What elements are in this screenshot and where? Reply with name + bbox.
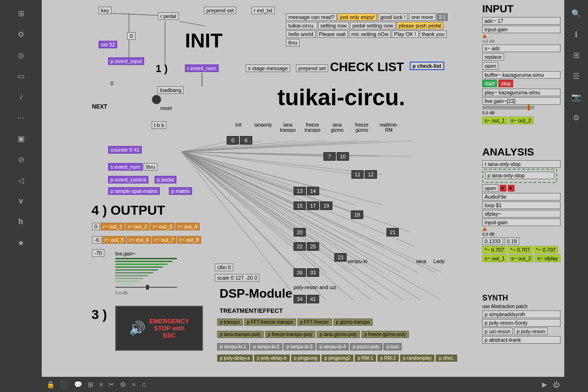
toolbar-grid-icon[interactable]: ⊞ — [88, 381, 93, 388]
grid-7[interactable]: 7 — [323, 152, 336, 161]
mul-0707-3[interactable]: *~ 0.707 — [534, 246, 558, 254]
toolbar-wave-icon[interactable]: ≈ — [132, 381, 136, 388]
counter-box[interactable]: counter 0 41 — [108, 146, 142, 154]
grid-10[interactable]: 10 — [337, 152, 349, 161]
toolbar-comment-icon[interactable]: 💬 — [74, 381, 82, 388]
grid-25[interactable]: 25 — [307, 242, 319, 251]
plug-freeze-gizmo-poly[interactable]: p freeze-gizmo-poly — [361, 331, 409, 338]
tbb-box[interactable]: t b b — [152, 121, 166, 129]
sidebar-icon-h[interactable]: h — [12, 213, 29, 230]
p-pedal-box[interactable]: p pedal — [155, 176, 176, 183]
thru-box2[interactable]: thru — [144, 163, 157, 171]
toolbar-list-icon[interactable]: ≡ — [99, 381, 103, 388]
start-btn[interactable]: start — [482, 80, 497, 87]
sidebar-icon-search[interactable]: 🔍 — [568, 5, 585, 22]
msg-one-more[interactable]: one more — [409, 13, 435, 21]
s-out-1-analysis[interactable]: s~ out_1 — [482, 255, 507, 262]
msg-thru[interactable]: thru — [286, 39, 300, 46]
gain-slider-track[interactable] — [115, 287, 177, 288]
loadbang-box[interactable]: loadbang — [157, 86, 184, 94]
grid-34[interactable]: 34 — [294, 295, 306, 303]
grid-11[interactable]: 11 — [351, 170, 364, 179]
s-sfplay[interactable]: s~ sfplay — [535, 255, 560, 262]
input-gain-analysis[interactable]: input-gain — [482, 219, 560, 226]
plug-poly-delay-a[interactable]: p poly-delay-a — [217, 355, 253, 362]
sel-32-box[interactable]: sel 32 — [99, 41, 117, 48]
live-gain-22[interactable]: live.gain~[22] — [482, 97, 560, 105]
r-out-8[interactable]: r~ out_8 — [177, 236, 202, 244]
sfplay-box[interactable]: sfplay~ — [482, 210, 560, 218]
sidebar-icon-layers[interactable]: ⊞ — [12, 5, 29, 22]
sidebar-icon-star[interactable]: ★ — [12, 234, 29, 251]
loop-1-box[interactable]: loop $1 — [482, 201, 560, 209]
grid-15[interactable]: 15 — [294, 201, 306, 210]
r-out-7[interactable]: r~ out_7 — [152, 236, 176, 244]
sidebar-icon-arrow[interactable]: ◁ — [12, 172, 29, 189]
msg-please-wait[interactable]: Please wait — [317, 30, 348, 38]
msg-can-read[interactable]: meesage can read? — [286, 13, 337, 21]
grid-17[interactable]: 17 — [307, 201, 319, 210]
adc-17[interactable]: adc~ 17 — [482, 17, 560, 25]
grid-6[interactable]: 6 — [240, 136, 252, 145]
sidebar-icon-list[interactable]: ☰ — [568, 67, 585, 84]
msg-just-only[interactable]: just only enjoy! — [338, 13, 377, 21]
grid-21[interactable]: 21 — [386, 228, 399, 237]
plug-senpu-ki-2[interactable]: p senpu-ki-2 — [250, 343, 282, 350]
close-x-1[interactable]: ✕ — [500, 185, 506, 191]
buffer-kaz[interactable]: buffer~ kazaguruma-simu — [482, 71, 560, 79]
mul-0707-1[interactable]: *~ 0.707 — [482, 246, 506, 254]
plug-pingpong[interactable]: p pingpong — [291, 355, 321, 362]
p-uzi-reson[interactable]: p uzi-reson — [482, 328, 513, 335]
mul-0707-2[interactable]: *~ 0.707 — [508, 246, 532, 254]
r-out-2[interactable]: r~ out_2 — [126, 223, 150, 230]
msg-thank-you[interactable]: thank you — [420, 30, 447, 38]
scale-box[interactable]: scale 0 127 -20 0 — [215, 274, 259, 282]
prepend-set-1[interactable]: prepend set — [204, 7, 236, 14]
num-0-out[interactable]: 0 — [92, 223, 100, 230]
grid-20[interactable]: 20 — [294, 228, 306, 237]
input-gain-box[interactable]: input-gain — [482, 26, 560, 33]
r-out-3[interactable]: r~ out_3 — [150, 223, 175, 230]
toolbar-settings-icon[interactable]: ⚙ — [120, 381, 126, 388]
toolbar-power-icon[interactable]: ⏻ — [553, 381, 560, 388]
num-0-box[interactable]: 0 — [127, 32, 136, 40]
plug-randomplay[interactable]: p randomplay — [400, 355, 435, 362]
plug-senpu-ki-3[interactable]: p senpu-ki-3 — [284, 343, 315, 350]
msg-good-luck[interactable]: good luck ! — [378, 13, 408, 21]
r-iana-only-stop[interactable]: r iana-only-stop — [482, 160, 560, 168]
grid-12[interactable]: 12 — [365, 170, 377, 179]
sidebar-icon-info[interactable]: ℹ — [568, 26, 585, 43]
plug-rm-1[interactable]: p RM-1 — [355, 355, 376, 362]
plug-rm-2[interactable]: p RM-2 — [377, 355, 399, 362]
plug-sfrec[interactable]: p sfrec. — [436, 355, 457, 362]
sidebar-icon-grid-right[interactable]: ⊞ — [568, 46, 585, 64]
replace-btn[interactable]: replace — [482, 53, 504, 61]
msg-pedal-setting[interactable]: pedal setting now — [350, 22, 395, 29]
sidebar-icon-grid[interactable]: ⋯ — [12, 109, 29, 126]
r-out-5[interactable]: r~ out_5 — [102, 236, 127, 244]
r-out-1[interactable]: r~ out_1 — [101, 223, 125, 230]
r-evt-txt[interactable]: r evt_txt — [251, 7, 275, 14]
plug-freeze-transpo-poly[interactable]: p freeze-transpo-poly — [265, 331, 316, 338]
grid-23[interactable]: 23 — [334, 253, 347, 262]
p-matrix-box[interactable]: p matrix — [169, 187, 192, 195]
num-neg70[interactable]: -70 — [92, 249, 104, 257]
ctlin-box[interactable]: ctlin 0 — [215, 264, 233, 271]
sidebar-icon-eye[interactable]: ◎ — [12, 46, 29, 64]
grid-41[interactable]: 41 — [307, 295, 319, 303]
plug-iana-transpo-poly[interactable]: p iana-transpo-poly — [217, 331, 264, 338]
plug-pingpong2[interactable]: p pingpong2 — [322, 355, 353, 362]
p-check-list[interactable]: p check-list — [410, 62, 444, 70]
msg-tuikai[interactable]: tuikai-circu. — [286, 22, 317, 29]
sidebar-icon-image[interactable]: ▣ — [12, 130, 29, 147]
toolbar-scissors-icon[interactable]: ✂ — [109, 381, 114, 388]
prepend-set-2[interactable]: prepend set — [296, 64, 328, 72]
toolbar-music-icon[interactable]: ♫ — [141, 381, 147, 388]
msg-setting-now[interactable]: setting now — [318, 22, 349, 29]
p-simple-add[interactable]: p simpleaddsynth — [482, 310, 560, 318]
p-poly-reson-5only[interactable]: p poly-reson-5only — [482, 319, 560, 327]
sidebar-icon-sliders[interactable]: ⚙ — [568, 109, 585, 126]
plug-psyco-poly[interactable]: p psyco-poly — [350, 343, 382, 350]
r-event-num[interactable]: r event_num — [185, 64, 219, 72]
s-stage-message[interactable]: s stage-message — [246, 64, 290, 72]
